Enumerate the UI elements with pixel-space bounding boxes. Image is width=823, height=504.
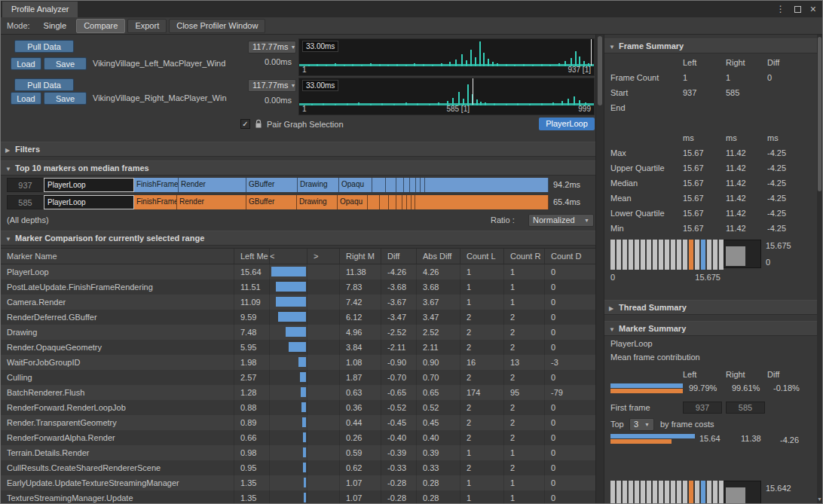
top10-segment-playerloop[interactable]: PlayerLoop: [44, 178, 134, 192]
value-cell: 1.07: [340, 475, 381, 490]
top10-segment-render[interactable]: Render: [177, 195, 246, 209]
top10-segment[interactable]: [415, 195, 549, 209]
load-left-button[interactable]: Load: [11, 57, 41, 70]
marker-comparison-section-header[interactable]: ▼Marker Comparison for currently selecte…: [1, 231, 595, 246]
table-row[interactable]: Render.OpaqueGeometry5.953.84-2.112.1122…: [1, 340, 595, 355]
table-row[interactable]: WaitForJobGroupID1.981.08-0.900.901613-3: [1, 355, 595, 370]
top10-segment-playerloop[interactable]: PlayerLoop: [44, 195, 134, 209]
table-row[interactable]: PostLateUpdate.FinishFrameRendering11.51…: [1, 279, 595, 295]
frame-summary-header[interactable]: ▼Frame Summary: [604, 38, 817, 53]
top10-segment[interactable]: [404, 178, 410, 192]
table-row[interactable]: PlayerLoop15.6411.38-4.264.26110: [1, 264, 595, 279]
export-button[interactable]: Export: [127, 19, 167, 33]
column-header-9[interactable]: Count D: [545, 249, 595, 264]
lock-icon[interactable]: [255, 119, 262, 129]
stat-value: 1: [726, 70, 767, 85]
main-scrollbar[interactable]: [595, 35, 604, 503]
histogram-axis: 0 15.675: [610, 273, 721, 282]
marker-summary-header[interactable]: ▼Marker Summary: [604, 321, 817, 336]
top10-segment-finishframer[interactable]: FinishFrameR: [134, 195, 177, 209]
right-graph-selection-line[interactable]: [473, 78, 473, 105]
top10-segment[interactable]: [396, 178, 404, 192]
save-right-button[interactable]: Save: [44, 92, 87, 105]
top10-segment[interactable]: [386, 178, 396, 192]
save-left-button[interactable]: Save: [44, 57, 87, 70]
top-count-dropdown[interactable]: 3 ▼: [629, 418, 654, 431]
right-scale-max-dropdown[interactable]: 117.77ms ▼: [248, 79, 296, 92]
summary-scrollbar-thumb[interactable]: [818, 37, 821, 191]
table-row[interactable]: RenderDeferred.GBuffer9.596.12-3.473.472…: [1, 310, 595, 325]
top10-segment[interactable]: [380, 195, 389, 209]
tab-profile-analyzer[interactable]: Profile Analyzer: [2, 2, 78, 17]
top10-segment[interactable]: [368, 195, 380, 209]
left-graph-selection-line[interactable]: [591, 39, 592, 66]
table-row[interactable]: RenderForwardAlpha.Render0.660.26-0.400.…: [1, 430, 595, 445]
value-cell: [307, 355, 340, 370]
column-header-7[interactable]: Count L: [460, 249, 504, 264]
close-icon[interactable]: ×: [810, 5, 816, 13]
value-cell: [270, 295, 307, 310]
table-row[interactable]: BatchRenderer.Flush1.280.63-0.650.651749…: [1, 385, 595, 400]
value-cell: 0.95: [234, 460, 270, 475]
top10-segment[interactable]: [389, 195, 396, 209]
first-frame-right-button[interactable]: 585: [726, 402, 765, 414]
filters-section-header[interactable]: ▶Filters: [1, 142, 595, 157]
left-frame-graph[interactable]: 33.00ms 1 937 [1]: [298, 38, 595, 76]
thread-summary-header[interactable]: ▶Thread Summary: [604, 300, 817, 315]
right-frame-graph-plot[interactable]: [299, 78, 594, 105]
pull-data-right-button[interactable]: Pull Data: [14, 78, 74, 91]
top10-segment-opaqu[interactable]: Opaqu: [339, 178, 372, 192]
main-scrollbar-thumb[interactable]: [598, 36, 602, 105]
mode-compare-button[interactable]: Compare: [76, 19, 125, 33]
top10-segment[interactable]: [425, 178, 549, 192]
maximize-icon[interactable]: [794, 6, 801, 13]
first-frame-left-button[interactable]: 937: [683, 402, 722, 414]
top10-segment-opaqu[interactable]: Opaqu: [338, 195, 368, 209]
column-header-1[interactable]: Left Me: [234, 249, 270, 264]
top10-segment-drawing[interactable]: Drawing: [298, 178, 339, 192]
right-frame-graph[interactable]: 33.00ms 1 585 [1] 999: [298, 78, 595, 115]
ratio-dropdown[interactable]: Normalized ▼: [528, 214, 594, 227]
top10-segment[interactable]: [396, 195, 402, 209]
top10-segment[interactable]: [410, 178, 416, 192]
mode-single-button[interactable]: Single: [36, 19, 75, 33]
pair-graph-selection-checkbox[interactable]: ✓: [240, 119, 250, 129]
load-right-button[interactable]: Load: [11, 92, 41, 105]
left-scale-max-dropdown[interactable]: 117.77ms ▼: [248, 41, 296, 53]
table-row[interactable]: Culling2.571.87-0.700.70220: [1, 370, 595, 385]
histogram-bar: [659, 481, 663, 503]
column-header-4[interactable]: Right M: [340, 249, 381, 264]
column-header-2[interactable]: <: [270, 249, 307, 264]
column-header-3[interactable]: >: [307, 249, 340, 264]
histogram-bar: [610, 481, 615, 503]
top10-segment-finishframer[interactable]: FinishFrameR: [134, 178, 179, 192]
top10-section-header[interactable]: ▼Top 10 markers on median frames: [1, 160, 595, 176]
column-header-0[interactable]: Marker Name: [1, 249, 234, 264]
close-profiler-window-button[interactable]: Close Profiler Window: [169, 19, 265, 33]
table-row[interactable]: EarlyUpdate.UpdateTextureStreamingManage…: [1, 475, 595, 490]
column-header-6[interactable]: Abs Diff: [417, 249, 460, 264]
top10-segment-gbuffer[interactable]: GBuffer: [246, 178, 298, 192]
table-row[interactable]: Terrain.Details.Render0.980.59-0.390.391…: [1, 445, 595, 460]
left-frame-graph-plot[interactable]: [299, 39, 594, 66]
pull-data-left-button[interactable]: Pull Data: [14, 40, 74, 53]
stat-value: -4.25: [767, 221, 812, 236]
table-row[interactable]: RenderForward.RenderLoopJob0.880.36-0.52…: [1, 400, 595, 415]
column-header-5[interactable]: Diff: [381, 249, 417, 264]
top10-segment-render[interactable]: Render: [179, 178, 246, 192]
top10-segment[interactable]: [372, 178, 386, 192]
marker-name-cell: RenderDeferred.GBuffer: [1, 310, 234, 325]
table-row[interactable]: Drawing7.484.96-2.522.52220: [1, 325, 595, 340]
value-cell: 2: [504, 415, 545, 430]
table-row[interactable]: Render.TransparentGeometry0.890.44-0.450…: [1, 415, 595, 430]
table-row[interactable]: Camera.Render11.097.42-3.673.67110: [1, 295, 595, 310]
scroll-down-icon[interactable]: ▼: [817, 496, 822, 502]
table-row[interactable]: TextureStreamingManager.Update1.351.07-0…: [1, 490, 595, 503]
table-row[interactable]: CullResults.CreateSharedRendererScene0.9…: [1, 460, 595, 475]
column-header-8[interactable]: Count R: [504, 249, 545, 264]
stat-value: 11.42: [726, 206, 767, 221]
summary-scrollbar[interactable]: ▼: [817, 35, 822, 503]
top10-segment-drawing[interactable]: Drawing: [297, 195, 338, 209]
top10-segment-gbuffer[interactable]: GBuffer: [246, 195, 297, 209]
more-menu-icon[interactable]: ⋮: [776, 4, 785, 14]
